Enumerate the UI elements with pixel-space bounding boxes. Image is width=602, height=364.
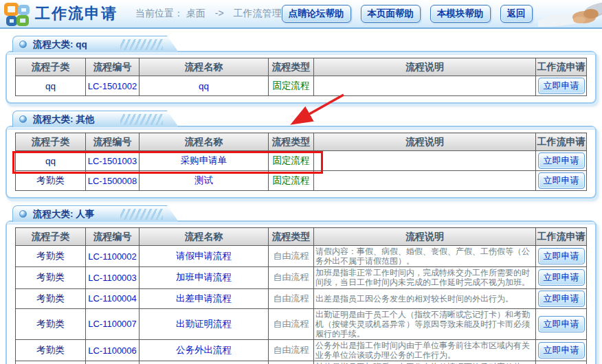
- cell-code: LC-1500008: [86, 171, 140, 191]
- apply-button[interactable]: 立即申请: [538, 172, 585, 189]
- apply-button[interactable]: 立即申请: [538, 291, 585, 307]
- top-banner: 工作流申请 当前位置： 桌面 -> 工作流管理 点睛论坛帮助 本页面帮助 本模块…: [0, 0, 602, 29]
- apply-button[interactable]: 立即申请: [538, 152, 585, 169]
- cell-description: 加班是指非正常工作时间内，完成特殊交办工作所需要的时间段，当日工作时间内未完成的…: [314, 267, 536, 288]
- cell-type: 自由流程: [269, 267, 314, 288]
- cell-code: LC-1100006: [86, 340, 140, 361]
- section-qq-title: 流程大类: qq: [33, 38, 87, 51]
- cell-description: 补休是指员工加班后，在工作允许的情况下给予对应的休假。: [314, 361, 536, 364]
- orb-icon: [19, 115, 27, 123]
- section-hr-title: 流程大类: 人事: [33, 208, 94, 220]
- apply-button[interactable]: 立即申请: [538, 78, 585, 94]
- table-header-row: 流程子类 流程编号 流程名称 流程类型 流程说明 工作流申请: [16, 228, 587, 246]
- logo-square-orange: [4, 3, 19, 16]
- cell-description: [314, 171, 536, 191]
- cell-description: 出差是指员工因公务发生的相对较长时间的外出行为。: [314, 288, 536, 308]
- table-row: 考勤类 LC-1100005 补休申请流程 自由流程 补休是指员工加班后，在工作…: [16, 361, 587, 364]
- breadcrumb-arrow: ->: [215, 8, 224, 19]
- process-table-qq: 流程子类 流程编号 流程名称 流程类型 流程说明 工作流申请 qq LC-150…: [15, 58, 587, 96]
- col-header-code: 流程编号: [86, 58, 140, 76]
- col-header-subcategory: 流程子类: [16, 58, 86, 76]
- stripes-decoration-icon: [120, 209, 163, 220]
- section-hr-tab: 流程大类: 人事: [12, 205, 179, 222]
- handshake-image: [538, 0, 602, 28]
- cell-name[interactable]: 请假申请流程: [140, 246, 269, 267]
- section-qq: 流程大类: qq 流程子类 流程编号 流程名称 流程类型 流程说明 工作流申请 …: [5, 51, 597, 104]
- col-header-type: 流程类型: [269, 58, 314, 76]
- cell-subcategory: qq: [16, 151, 86, 171]
- table-row: 考勤类 LC-1100006 公务外出流程 自由流程 公务外出是指工作时间内由于…: [16, 340, 587, 361]
- cell-name[interactable]: 采购申请单: [140, 151, 269, 171]
- col-header-code: 流程编号: [86, 228, 140, 246]
- stripes-decoration-icon: [120, 39, 163, 50]
- back-button[interactable]: 返回: [500, 5, 533, 23]
- orb-icon: [19, 41, 27, 48]
- orb-icon: [19, 210, 27, 218]
- cell-subcategory: 考勤类: [16, 308, 86, 339]
- table-row: 考勤类 LC-1100004 出差申请流程 自由流程 出差是指员工因公务发生的相…: [16, 288, 587, 308]
- cell-code: LC-1100002: [86, 246, 140, 267]
- cell-code: LC-1100003: [86, 267, 140, 288]
- logo-square-lightblue: [18, 5, 30, 15]
- col-header-name: 流程名称: [140, 228, 269, 246]
- section-qq-tab: 流程大类: qq: [12, 36, 179, 52]
- breadcrumb-module[interactable]: 工作流管理: [234, 8, 282, 19]
- cell-name[interactable]: qq: [140, 76, 269, 96]
- page-help-button[interactable]: 本页面帮助: [361, 5, 421, 23]
- breadcrumb: 当前位置： 桌面 -> 工作流管理: [135, 8, 282, 20]
- apply-button[interactable]: 立即申请: [538, 342, 585, 359]
- cell-code: LC-1100005: [86, 361, 140, 364]
- table-row: 考勤类 LC-1100003 加班申请流程 自由流程 加班是指非正常工作时间内，…: [16, 267, 587, 288]
- cell-code: LC-1100007: [86, 308, 140, 339]
- module-help-button[interactable]: 本模块帮助: [430, 5, 491, 23]
- table-row: 考勤类 LC-1100007 出勤证明流程 自由流程 出勤证明是由于员工个人（指…: [16, 308, 587, 339]
- col-header-description: 流程说明: [314, 133, 536, 151]
- cell-name[interactable]: 测试: [140, 171, 269, 191]
- col-header-type: 流程类型: [269, 228, 314, 246]
- col-header-apply: 工作流申请: [536, 228, 587, 246]
- cell-name[interactable]: 加班申请流程: [140, 267, 269, 288]
- cell-subcategory: 考勤类: [16, 267, 86, 288]
- cell-name[interactable]: 补休申请流程: [140, 361, 269, 364]
- cell-description: [314, 76, 536, 96]
- apply-button[interactable]: 立即申请: [538, 269, 585, 286]
- table-row: 考勤类 LC-1100002 请假申请流程 自由流程 请假内容：事假、病假、婚假…: [16, 246, 587, 267]
- table-header-row: 流程子类 流程编号 流程名称 流程类型 流程说明 工作流申请: [16, 133, 587, 151]
- col-header-name: 流程名称: [140, 133, 269, 151]
- col-header-description: 流程说明: [314, 58, 536, 76]
- cell-name[interactable]: 出差申请流程: [140, 288, 269, 308]
- cell-type: 固定流程: [269, 171, 314, 191]
- cell-type: 自由流程: [269, 308, 314, 339]
- process-table-other: 流程子类 流程编号 流程名称 流程类型 流程说明 工作流申请 qq LC-150…: [15, 133, 587, 191]
- cell-type: 自由流程: [269, 361, 314, 364]
- logo-square-blue: [6, 16, 17, 26]
- cell-subcategory: qq: [16, 76, 86, 96]
- page-title: 工作流申请: [35, 3, 118, 24]
- help-button-group: 点睛论坛帮助 本页面帮助 本模块帮助 返回: [282, 5, 533, 23]
- section-other-tab: 流程大类: 其他: [12, 111, 179, 127]
- apply-button[interactable]: 立即申请: [538, 316, 585, 332]
- cell-subcategory: 考勤类: [16, 171, 86, 191]
- col-header-name: 流程名称: [140, 58, 269, 76]
- stripes-decoration-icon: [120, 114, 163, 125]
- cell-type: 自由流程: [269, 288, 314, 308]
- col-header-description: 流程说明: [314, 228, 536, 246]
- cell-description: [314, 151, 536, 171]
- cell-code: LC-1501003: [86, 151, 140, 171]
- cell-subcategory: 考勤类: [16, 288, 86, 308]
- forum-help-button[interactable]: 点睛论坛帮助: [282, 5, 351, 23]
- cell-type: 固定流程: [269, 76, 314, 96]
- cell-name[interactable]: 出勤证明流程: [140, 308, 269, 339]
- app-logo-icon: [4, 3, 30, 26]
- table-row-highlighted: qq LC-1501003 采购申请单 固定流程 立即申请: [16, 151, 587, 171]
- cell-description: 请假内容：事假、病假、婚假、丧假、产假、工伤假等（公务外出不属于请假范围）。: [314, 246, 536, 267]
- apply-button[interactable]: 立即申请: [538, 248, 585, 264]
- col-header-subcategory: 流程子类: [16, 228, 86, 246]
- breadcrumb-label: 当前位置：: [135, 8, 183, 19]
- cell-subcategory: 考勤类: [16, 361, 86, 364]
- section-hr: 流程大类: 人事 流程子类 流程编号 流程名称 流程类型 流程说明 工作流申请 …: [5, 220, 597, 364]
- col-header-code: 流程编号: [86, 133, 140, 151]
- cell-name[interactable]: 公务外出流程: [140, 340, 269, 361]
- table-row: qq LC-1501002 qq 固定流程 立即申请: [16, 76, 587, 96]
- breadcrumb-desktop[interactable]: 桌面: [186, 8, 205, 19]
